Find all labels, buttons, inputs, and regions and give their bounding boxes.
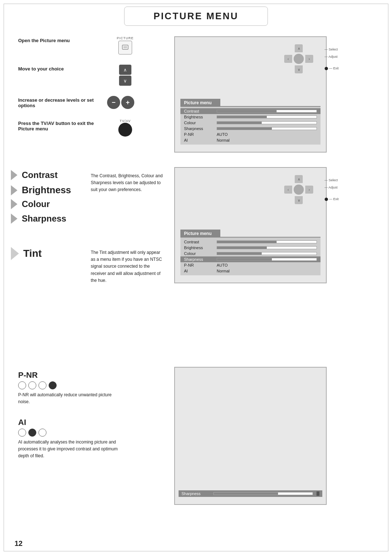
tvav-icon: TV/AV	[116, 119, 134, 137]
pnr-title: P-NR	[18, 370, 120, 380]
instructions-panel: Open the Picture menu PICTURE Move to yo…	[18, 36, 134, 147]
dpad-right-1: ›	[305, 55, 313, 63]
minus-btn: −	[107, 96, 120, 109]
colour-bar-1	[217, 121, 317, 124]
tint-text: Tint	[23, 248, 42, 259]
sharpness-bar-3	[213, 492, 313, 495]
sharpness-arrow	[11, 214, 17, 224]
lr-buttons-icon: − +	[107, 96, 134, 109]
plus-btn: +	[121, 96, 134, 109]
ai-description: AI automatically analyses the incoming p…	[18, 439, 120, 460]
tv-screen-3: Sharpness	[174, 367, 327, 505]
contrast-bar-2	[217, 240, 317, 243]
sharpness-section-label: Sharpness	[11, 214, 66, 224]
instr-open-picture: Open the Picture menu PICTURE	[18, 36, 134, 54]
brightness-text: Brightness	[22, 185, 71, 196]
remote-label-exit: ⬤ — Exit	[324, 65, 339, 72]
colour-text: Colour	[22, 199, 50, 209]
menu-item-contrast-2: Contrast	[184, 239, 317, 245]
pnr-circle-3	[38, 381, 46, 389]
menu-header-1: Picture menu	[180, 99, 220, 107]
brightness-bar-2	[217, 246, 317, 249]
menu-item-ai-2: AI Normal	[184, 268, 317, 274]
lr-buttons: − +	[107, 96, 134, 109]
remote-label-select: — Select	[324, 46, 339, 53]
tv-screen-2: ∧ ∨ ‹ › — Select — Adjust ⬤ — Exit Pictu…	[174, 167, 327, 283]
picture-menu-2: Picture menu Contrast Brightness Colour …	[180, 230, 320, 275]
instr-exit: Press the TV/AV button to exit the Pictu…	[18, 119, 134, 137]
dpad-1: ∧ ∨ ‹ ›	[284, 44, 313, 73]
menu-item-sharpness-1: Sharpness	[184, 126, 317, 131]
colour-arrow	[11, 199, 17, 209]
contrast-label-1: Contrast	[184, 109, 213, 113]
picture-menu-1: Picture menu Contrast Brightness Colour …	[180, 99, 320, 145]
ai-circle-3	[38, 429, 46, 437]
menu-item-ai-1: AI Normal	[184, 137, 317, 143]
tint-arrow	[11, 247, 19, 260]
menu-item-sharpness-2: Sharpness	[180, 256, 320, 262]
brightness-bar-1	[217, 116, 317, 118]
up-down-icon: ∧ ∨	[116, 65, 134, 86]
menu-item-pnr-1: P-NR AUTO	[184, 131, 317, 137]
colour-bar-2	[217, 252, 317, 255]
instr-exit-text: Press the TV/AV button to exit the Pictu…	[18, 119, 110, 131]
dpad-up-1: ∧	[295, 44, 303, 52]
ai-circle-2	[28, 429, 36, 437]
pnr-circles	[18, 381, 120, 389]
sharpness-row: Sharpness	[179, 490, 322, 497]
dpad-up-2: ∧	[295, 175, 303, 183]
remote-label-adjust-2: — Adjust	[324, 184, 339, 191]
dpad-down-2: ∨	[295, 196, 303, 204]
instr-open-text: Open the Picture menu	[18, 36, 110, 43]
remote-overlay-1: ∧ ∨ ‹ › — Select — Adjust ⬤ — Exit	[279, 44, 319, 73]
picture-btn	[118, 41, 132, 54]
sharpness-label: Sharpness	[181, 491, 211, 496]
ai-section: AI AI automatically analyses the incomin…	[18, 418, 120, 460]
cbcs-description: The Contrast, Brightness, Colour and Sha…	[91, 173, 163, 194]
sharpness-text: Sharpness	[22, 214, 66, 224]
contrast-section-label: Contrast	[11, 170, 58, 180]
brightness-arrow	[11, 185, 17, 195]
menu-item-contrast-1: Contrast	[180, 108, 320, 114]
remote-label-select-2: — Select	[324, 177, 339, 184]
ai-title: AI	[18, 418, 120, 427]
menu-item-brightness-1: Brightness	[184, 114, 317, 120]
pnr-circle-1	[18, 381, 26, 389]
pnr-circle-2	[28, 381, 36, 389]
dpad-down-1: ∨	[295, 65, 303, 73]
menu-items-2: Contrast Brightness Colour Sharpness P-N…	[180, 238, 320, 275]
contrast-text: Contrast	[22, 170, 58, 180]
contrast-bar-1	[217, 110, 317, 113]
colour-section-label: Colour	[11, 199, 50, 209]
dpad-center-1	[294, 54, 304, 64]
up-arrow: ∧	[119, 65, 131, 75]
menu-items-1: Contrast Brightness Colour Sharpness P-N…	[180, 107, 320, 145]
instr-adjust-text: Increase or decrease levels or set optio…	[18, 96, 101, 108]
remote-overlay-2: ∧ ∨ ‹ › — Select — Adjust ⬤ — Exit	[279, 175, 319, 204]
tv-screen-1: ∧ ∨ ‹ › — Select — Adjust ⬤ — Exit Pictu…	[174, 36, 327, 153]
menu-header-2: Picture menu	[180, 230, 220, 238]
dpad-center-2	[294, 185, 304, 195]
dpad-left-2: ‹	[284, 186, 292, 194]
tvav-label: TV/AV	[120, 119, 131, 123]
tint-description: The Tint adjustment will only appear as …	[91, 249, 163, 284]
title-container: PICTURE MENU	[124, 7, 268, 26]
menu-item-pnr-2: P-NR AUTO	[184, 262, 317, 268]
instr-move: Move to your choice ∧ ∨	[18, 65, 134, 86]
ai-circle-1	[18, 429, 26, 437]
menu-item-brightness-2: Brightness	[184, 245, 317, 251]
remote-label-adjust: — Adjust	[324, 53, 339, 61]
pnr-circle-4	[49, 381, 57, 389]
page-number: 12	[15, 539, 23, 548]
dpad-2: ∧ ∨ ‹ ›	[284, 175, 313, 204]
sharpness-bar-1	[217, 127, 317, 130]
tint-section-label: Tint	[11, 247, 42, 260]
sharpness-panel: Sharpness	[179, 490, 322, 497]
pnr-section: P-NR P-NR will automatically reduce unwa…	[18, 370, 120, 405]
menu-item-colour-1: Colour	[184, 120, 317, 126]
svg-rect-1	[123, 46, 127, 48]
menu-item-colour-2: Colour	[184, 251, 317, 256]
ai-circles	[18, 429, 120, 437]
brightness-section-label: Brightness	[11, 185, 71, 196]
tvav-btn	[118, 123, 132, 137]
